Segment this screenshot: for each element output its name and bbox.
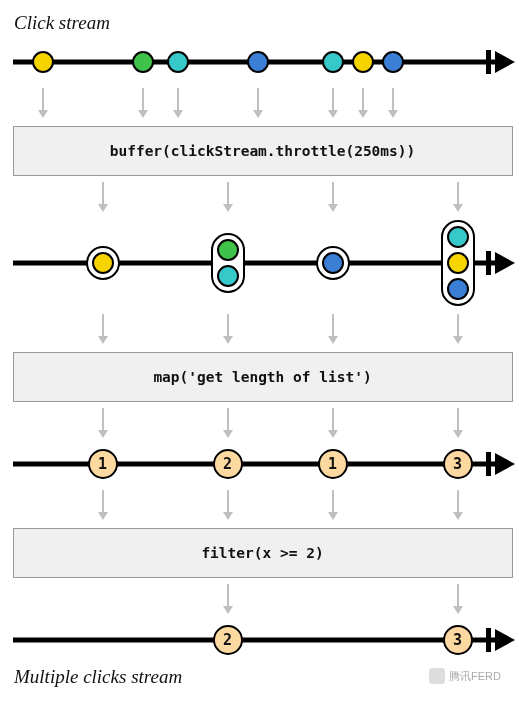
marble-blue [382,51,404,73]
stream-input [13,42,513,82]
marble-yellow [352,51,374,73]
op-buffer-box: buffer(clickStream.throttle(250ms)) [13,126,513,176]
marble-cyan [167,51,189,73]
stream-counts: 1213 [13,444,513,484]
flow-arrow-icon [102,182,104,204]
flow-arrow-icon [102,408,104,430]
marble-green [217,239,239,261]
marble-blue [322,252,344,274]
marble-cyan [217,265,239,287]
flow-arrow-icon [332,490,334,512]
arrows-cnt [13,490,513,522]
flow-arrow-icon [457,408,459,430]
flow-arrow-icon [227,314,229,336]
op-filter-box: filter(x >= 2) [13,528,513,578]
marble-yellow [447,252,469,274]
marble-cyan [447,226,469,248]
title-top: Click stream [14,12,513,34]
flow-arrow-icon [392,88,394,110]
flow-arrow-icon [227,408,229,430]
flow-arrow-icon [457,490,459,512]
flow-arrow-icon [332,408,334,430]
count-marble: 2 [213,625,243,655]
buffer-group [86,246,120,280]
op-map-box: map('get length of list') [13,352,513,402]
stream-buffered [13,218,513,308]
count-marble: 2 [213,449,243,479]
arrows-buf [13,314,513,346]
count-marble: 1 [88,449,118,479]
arrows-cnt-pre [13,408,513,440]
wechat-icon [429,668,445,684]
flow-arrow-icon [102,314,104,336]
marble-yellow [92,252,114,274]
count-marble: 3 [443,625,473,655]
marble-green [132,51,154,73]
flow-arrow-icon [227,584,229,606]
flow-arrow-icon [362,88,364,110]
arrows-flt-pre [13,584,513,616]
flow-arrow-icon [457,584,459,606]
marble-blue [247,51,269,73]
marble-yellow [32,51,54,73]
marble-cyan [322,51,344,73]
buffer-group [441,220,475,306]
flow-arrow-icon [177,88,179,110]
arrows-buf-pre [13,182,513,214]
flow-arrow-icon [457,314,459,336]
marble-diagram: Click stream buffer(clickStream.throttle… [12,12,513,688]
watermark: 腾讯FERD [429,668,501,684]
flow-arrow-icon [332,314,334,336]
flow-arrow-icon [227,182,229,204]
flow-arrow-icon [257,88,259,110]
flow-arrow-icon [142,88,144,110]
arrows-in [13,88,513,120]
count-marble: 1 [318,449,348,479]
flow-arrow-icon [457,182,459,204]
count-marble: 3 [443,449,473,479]
flow-arrow-icon [42,88,44,110]
flow-arrow-icon [102,490,104,512]
stream-filtered: 23 [13,620,513,660]
flow-arrow-icon [332,182,334,204]
flow-arrow-icon [332,88,334,110]
buffer-group [316,246,350,280]
marble-blue [447,278,469,300]
flow-arrow-icon [227,490,229,512]
buffer-group [211,233,245,293]
